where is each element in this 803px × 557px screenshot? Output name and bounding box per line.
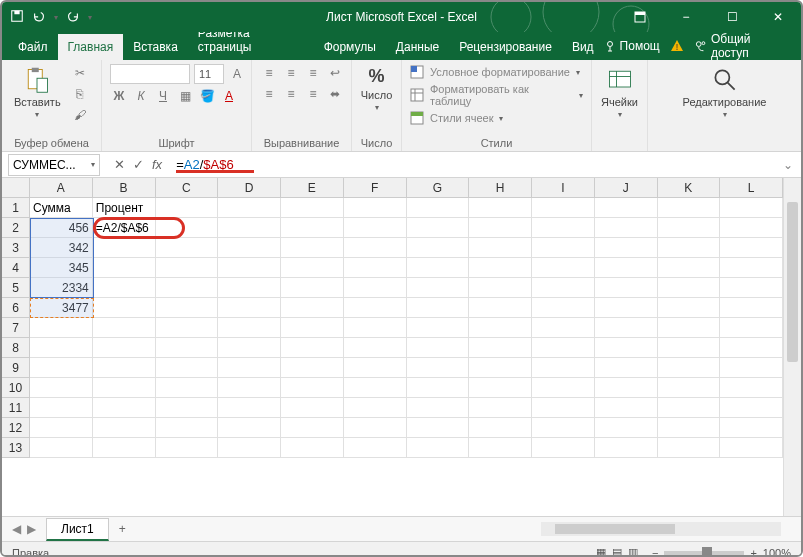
column-headers[interactable]: ABCDEFGHIJKL bbox=[30, 178, 783, 198]
underline-icon[interactable]: Ч bbox=[154, 87, 172, 105]
cell-B2: =A2/$A$6 bbox=[93, 218, 156, 238]
svg-point-3 bbox=[543, 2, 599, 32]
border-icon[interactable]: ▦ bbox=[176, 87, 194, 105]
cell-A2: 456 bbox=[30, 218, 93, 238]
number-group-label: Число bbox=[360, 135, 393, 149]
undo-dropdown[interactable]: ▾ bbox=[54, 13, 58, 22]
svg-rect-1 bbox=[14, 10, 19, 14]
zoom-in-button[interactable]: + bbox=[750, 547, 756, 558]
cell-styles-button[interactable]: Стили ячеек▾ bbox=[410, 110, 503, 126]
styles-group-label: Стили bbox=[410, 135, 583, 149]
formula-bar-input[interactable]: =A2/$A$6 bbox=[170, 157, 775, 172]
merge-icon[interactable]: ⬌ bbox=[326, 85, 344, 103]
svg-rect-21 bbox=[609, 71, 630, 87]
svg-point-24 bbox=[715, 70, 729, 84]
cell-A3: 342 bbox=[30, 238, 93, 258]
tab-insert[interactable]: Вставка bbox=[123, 34, 188, 60]
enter-formula-button[interactable]: ✓ bbox=[133, 157, 144, 172]
add-sheet-button[interactable]: + bbox=[109, 522, 136, 536]
fill-color-icon[interactable]: 🪣 bbox=[198, 87, 216, 105]
save-icon[interactable] bbox=[10, 9, 24, 26]
expand-formula-bar-icon[interactable]: ⌄ bbox=[775, 158, 801, 172]
title-decoration bbox=[481, 2, 661, 32]
svg-text:!: ! bbox=[675, 42, 678, 52]
font-color-icon[interactable]: А bbox=[220, 87, 238, 105]
svg-rect-13 bbox=[37, 78, 48, 92]
sheet-nav-next-icon[interactable]: ▶ bbox=[27, 522, 36, 536]
svg-point-4 bbox=[613, 6, 649, 32]
number-format-button[interactable]: % Число ▾ bbox=[360, 64, 393, 114]
align-top-icon[interactable]: ≡ bbox=[260, 64, 278, 82]
normal-view-icon[interactable]: ▦ bbox=[596, 546, 606, 557]
align-group-label: Выравнивание bbox=[260, 135, 343, 149]
cell-B1: Процент bbox=[93, 198, 156, 218]
zoom-level[interactable]: 100% bbox=[763, 547, 791, 558]
bold-icon[interactable]: Ж bbox=[110, 87, 128, 105]
close-button[interactable]: ✕ bbox=[755, 2, 801, 32]
fx-button[interactable]: fx bbox=[152, 157, 162, 172]
page-break-icon[interactable]: ▥ bbox=[628, 546, 638, 557]
copy-icon[interactable]: ⎘ bbox=[71, 85, 89, 103]
paste-button[interactable]: Вставить ▾ bbox=[10, 64, 65, 121]
svg-rect-16 bbox=[411, 89, 423, 101]
svg-rect-15 bbox=[411, 66, 417, 72]
cells-button[interactable]: Ячейки ▾ bbox=[600, 64, 639, 121]
tab-formulas[interactable]: Формулы bbox=[314, 34, 386, 60]
sheet-tab-1[interactable]: Лист1 bbox=[46, 518, 109, 541]
zoom-out-button[interactable]: − bbox=[652, 547, 658, 558]
font-size-input[interactable] bbox=[194, 64, 224, 84]
tab-home[interactable]: Главная bbox=[58, 34, 124, 60]
minimize-button[interactable]: − bbox=[663, 2, 709, 32]
tell-me[interactable]: Помощ bbox=[604, 39, 660, 53]
tab-view[interactable]: Вид bbox=[562, 34, 604, 60]
annotation-underline bbox=[176, 170, 254, 173]
maximize-button[interactable]: ☐ bbox=[709, 2, 755, 32]
format-table-button[interactable]: Форматировать как таблицу▾ bbox=[410, 82, 583, 108]
cell-A6: 3477 bbox=[30, 298, 93, 318]
clipboard-group-label: Буфер обмена bbox=[10, 135, 93, 149]
warning-icon[interactable]: ! bbox=[670, 39, 684, 53]
cell-A1: Сумма bbox=[30, 198, 93, 218]
undo-icon[interactable] bbox=[32, 9, 46, 26]
font-group-label: Шрифт bbox=[110, 135, 243, 149]
svg-point-9 bbox=[696, 42, 701, 47]
redo-icon[interactable] bbox=[66, 9, 80, 26]
cancel-formula-button[interactable]: ✕ bbox=[114, 157, 125, 172]
align-bot-icon[interactable]: ≡ bbox=[304, 64, 322, 82]
italic-icon[interactable]: К bbox=[132, 87, 150, 105]
svg-point-2 bbox=[491, 2, 531, 32]
svg-rect-12 bbox=[32, 68, 39, 72]
share-button[interactable]: Общий доступ bbox=[694, 32, 787, 60]
align-center-icon[interactable]: ≡ bbox=[282, 85, 300, 103]
qat-customize[interactable]: ▾ bbox=[88, 13, 92, 22]
cell-A4: 345 bbox=[30, 258, 93, 278]
svg-rect-20 bbox=[411, 112, 423, 116]
horizontal-scrollbar[interactable] bbox=[541, 522, 781, 536]
row-headers[interactable]: 12345678910111213 bbox=[2, 198, 30, 516]
align-right-icon[interactable]: ≡ bbox=[304, 85, 322, 103]
page-layout-icon[interactable]: ▤ bbox=[612, 546, 622, 557]
editing-button[interactable]: Редактирование ▾ bbox=[656, 64, 793, 121]
svg-line-25 bbox=[727, 83, 734, 90]
cells-area[interactable]: СуммаПроцент 456=A2/$A$6 342 345 2334 34… bbox=[30, 198, 783, 516]
svg-point-7 bbox=[607, 42, 612, 47]
align-mid-icon[interactable]: ≡ bbox=[282, 64, 300, 82]
tab-file[interactable]: Файл bbox=[8, 34, 58, 60]
select-all-corner[interactable] bbox=[2, 178, 30, 198]
sheet-nav-prev-icon[interactable]: ◀ bbox=[12, 522, 21, 536]
name-box[interactable]: СУММЕС... ▾ bbox=[8, 154, 100, 176]
font-name-input[interactable] bbox=[110, 64, 190, 84]
cut-icon[interactable]: ✂ bbox=[71, 64, 89, 82]
tab-review[interactable]: Рецензирование bbox=[449, 34, 562, 60]
format-painter-icon[interactable]: 🖌 bbox=[71, 106, 89, 124]
conditional-formatting-button[interactable]: Условное форматирование▾ bbox=[410, 64, 580, 80]
vertical-scrollbar[interactable] bbox=[783, 178, 801, 516]
cell-A5: 2334 bbox=[30, 278, 93, 298]
align-left-icon[interactable]: ≡ bbox=[260, 85, 278, 103]
grow-font-icon[interactable]: A bbox=[228, 65, 246, 83]
tab-data[interactable]: Данные bbox=[386, 34, 449, 60]
wrap-icon[interactable]: ↩ bbox=[326, 64, 344, 82]
svg-point-10 bbox=[702, 42, 705, 45]
zoom-slider[interactable] bbox=[664, 551, 744, 555]
window-title: Лист Microsoft Excel - Excel bbox=[326, 10, 477, 24]
